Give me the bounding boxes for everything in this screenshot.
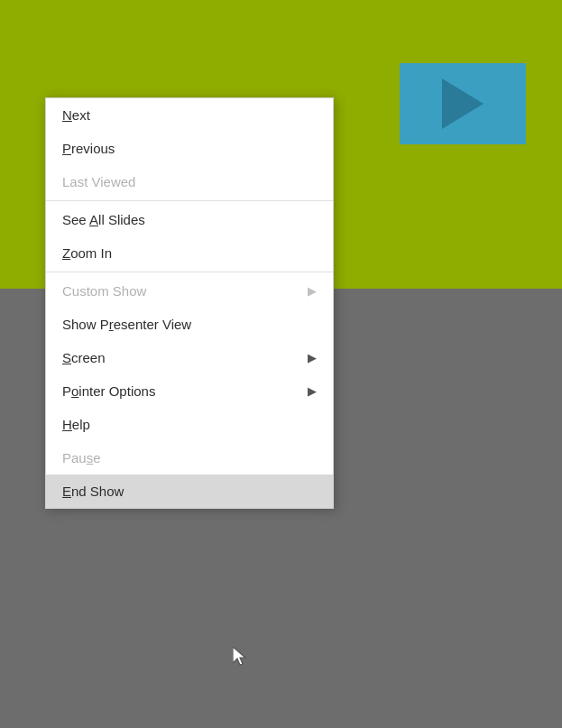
menu-item-screen[interactable]: Screen▶ [46,341,333,374]
menu-item-show-presenter-view[interactable]: Show Presenter View [46,308,333,341]
menu-item-label-end-show: End Show [62,484,124,499]
menu-item-label-zoom-in: Zoom In [62,245,112,261]
underline-char: E [62,484,71,499]
menu-item-help[interactable]: Help [46,408,333,441]
menu-divider [46,272,333,272]
menu-item-label-see-all-slides: See All Slides [62,212,145,227]
underline-char: H [62,417,72,432]
submenu-arrow-icon: ▶ [308,284,317,298]
submenu-arrow-icon: ▶ [308,384,317,398]
menu-item-label-pointer-options: Pointer Options [62,383,155,399]
menu-item-label-help: Help [62,417,90,432]
underline-char: Z [62,245,70,261]
play-button[interactable] [400,63,526,144]
menu-item-previous[interactable]: Previous [46,132,333,165]
menu-item-last-viewed: Last Viewed [46,165,333,198]
underline-char: A [89,212,98,227]
cursor [233,647,249,667]
menu-item-end-show[interactable]: End Show [46,475,333,508]
menu-item-label-show-presenter-view: Show Presenter View [62,317,191,332]
menu-item-next[interactable]: Next [46,98,333,132]
underline-char: s [87,450,94,465]
menu-divider [46,200,333,201]
menu-item-label-previous: Previous [62,141,115,156]
menu-item-label-custom-show: Custom Show [62,283,146,299]
menu-item-pause: Pause [46,441,333,475]
menu-item-pointer-options[interactable]: Pointer Options▶ [46,374,333,408]
context-menu: NextPreviousLast ViewedSee All SlidesZoo… [45,97,334,509]
underline-char: P [62,141,71,156]
menu-item-label-last-viewed: Last Viewed [62,174,135,189]
underline-char: N [62,107,72,123]
menu-item-custom-show: Custom Show▶ [46,274,333,308]
underline-char: o [71,383,78,399]
submenu-arrow-icon: ▶ [308,351,317,364]
menu-item-label-screen: Screen [62,350,106,365]
underline-char: S [62,350,71,365]
underline-char: r [109,317,114,332]
menu-item-zoom-in[interactable]: Zoom In [46,236,333,270]
menu-item-see-all-slides[interactable]: See All Slides [46,203,333,236]
svg-marker-0 [233,647,245,665]
menu-item-label-next: Next [62,107,90,123]
menu-item-label-pause: Pause [62,450,101,465]
play-triangle-icon [442,78,484,129]
